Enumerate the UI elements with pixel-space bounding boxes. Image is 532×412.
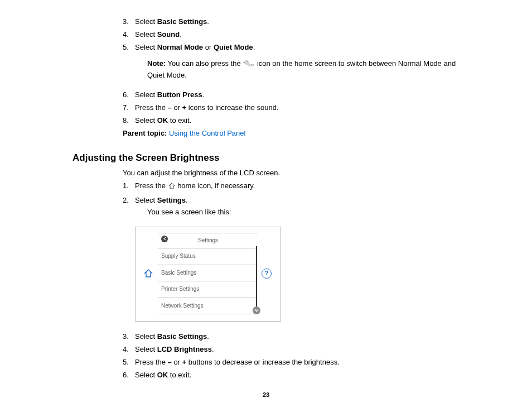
text: Select bbox=[135, 116, 157, 124]
step-number: 6. bbox=[123, 370, 135, 381]
menu-item: Network Settings bbox=[158, 298, 258, 315]
text: Press the bbox=[135, 181, 168, 190]
home-icon bbox=[168, 183, 176, 193]
help-icon: ? bbox=[262, 269, 272, 279]
settings-menu: Settings Supply Status Basic Settings Pr… bbox=[158, 233, 258, 315]
menu-item: Printer Settings bbox=[158, 281, 258, 298]
text: Select bbox=[135, 90, 157, 99]
bold-text: Button Press bbox=[157, 90, 202, 99]
step-text: Select Button Press. bbox=[135, 90, 463, 100]
list-item: 4. Select LCD Brightness. bbox=[123, 344, 463, 355]
text: buttons to decrease or increase the brig… bbox=[186, 358, 340, 366]
step-text: Press the – or + icons to increase the s… bbox=[135, 103, 463, 113]
section-heading: Adjusting the Screen Brightness bbox=[72, 151, 463, 165]
bold-text: OK bbox=[157, 116, 168, 124]
list-item: 1. Press the home icon, if necessary. bbox=[123, 181, 463, 193]
list-item: 2. Select Settings. You see a screen lik… bbox=[123, 195, 463, 222]
text: Select bbox=[135, 17, 157, 26]
text: . bbox=[207, 332, 209, 341]
bold-text: Settings bbox=[157, 196, 186, 204]
menu-item: Supply Status bbox=[158, 248, 258, 265]
step-number: 2. bbox=[123, 195, 135, 222]
parent-topic: Parent topic: Using the Control Panel bbox=[123, 128, 463, 139]
text: Press the bbox=[135, 358, 168, 366]
text: Press the bbox=[135, 103, 168, 112]
step-text: Select Sound. bbox=[135, 30, 463, 40]
text: icons to increase the sound. bbox=[186, 103, 279, 112]
text: Select bbox=[135, 332, 157, 341]
sub-text: You see a screen like this: bbox=[147, 207, 463, 218]
note-label: Note: bbox=[147, 59, 166, 68]
page-number: 23 bbox=[0, 391, 532, 400]
parent-topic-label: Parent topic: bbox=[123, 129, 167, 137]
step-number: 3. bbox=[123, 332, 135, 342]
step-text: Select Normal Mode or Quiet Mode. Note: … bbox=[135, 42, 463, 88]
step-number: 4. bbox=[123, 30, 135, 40]
settings-screenshot: Settings Supply Status Basic Settings Pr… bbox=[135, 227, 281, 322]
step-number: 4. bbox=[123, 344, 135, 355]
text: or bbox=[203, 43, 214, 51]
list-item: 4. Select Sound. bbox=[123, 30, 463, 40]
list-item: 7. Press the – or + icons to increase th… bbox=[123, 103, 463, 113]
step-number: 3. bbox=[123, 17, 135, 27]
text: You can also press the bbox=[166, 59, 243, 68]
bold-text: Quiet Mode bbox=[214, 43, 253, 51]
step-text: Select Basic Settings. bbox=[135, 17, 463, 27]
text: home icon, if necessary. bbox=[176, 181, 255, 190]
list-item: 5. Press the – or + buttons to decrease … bbox=[123, 357, 463, 368]
list-item: 5. Select Normal Mode or Quiet Mode. Not… bbox=[123, 42, 463, 88]
list-item: 6. Select OK to exit. bbox=[123, 370, 463, 381]
bold-text: – bbox=[168, 358, 172, 366]
step-text: Press the home icon, if necessary. bbox=[135, 181, 463, 193]
menu-header: Settings bbox=[158, 233, 258, 249]
text: to exit. bbox=[168, 371, 191, 379]
text: . bbox=[253, 43, 255, 51]
step-number: 8. bbox=[123, 116, 135, 126]
ordered-list-brightness-a: 1. Press the home icon, if necessary. 2.… bbox=[123, 181, 463, 222]
list-item: 3. Select Basic Settings. bbox=[123, 17, 463, 27]
step-text: Select OK to exit. bbox=[135, 116, 463, 126]
text: Select bbox=[135, 30, 157, 39]
text: . bbox=[212, 345, 214, 353]
text: . bbox=[180, 30, 182, 39]
step-text: Select LCD Brightness. bbox=[135, 344, 463, 355]
bold-text: – bbox=[168, 103, 172, 112]
text: or bbox=[172, 358, 182, 366]
step-number: 5. bbox=[123, 42, 135, 88]
text: Select bbox=[135, 345, 157, 353]
list-item: 8. Select OK to exit. bbox=[123, 116, 463, 126]
speaker-off-icon: OFF bbox=[243, 60, 255, 71]
step-text: Select Settings. You see a screen like t… bbox=[135, 195, 463, 222]
bold-text: LCD Brightness bbox=[157, 345, 212, 353]
text: . bbox=[207, 17, 209, 26]
list-item: 3. Select Basic Settings. bbox=[123, 332, 463, 342]
ordered-list-brightness-b: 3. Select Basic Settings. 4. Select LCD … bbox=[123, 332, 463, 380]
text: to exit. bbox=[168, 116, 191, 124]
ordered-list-top: 3. Select Basic Settings. 4. Select Soun… bbox=[123, 17, 463, 126]
text: . bbox=[202, 90, 205, 99]
content-area: 3. Select Basic Settings. 4. Select Soun… bbox=[72, 17, 463, 382]
scroll-down-icon bbox=[253, 306, 260, 314]
step-text: Press the – or + buttons to decrease or … bbox=[135, 357, 463, 368]
step-text: Select OK to exit. bbox=[135, 370, 463, 381]
bold-text: Normal Mode bbox=[157, 43, 203, 51]
text: or bbox=[172, 103, 182, 112]
step-number: 5. bbox=[123, 357, 135, 368]
bold-text: OK bbox=[157, 371, 168, 379]
text: Select bbox=[135, 196, 157, 204]
text: . bbox=[186, 196, 188, 204]
menu-title: Settings bbox=[198, 237, 218, 243]
bold-text: Basic Settings bbox=[157, 17, 207, 26]
document-page: 3. Select Basic Settings. 4. Select Soun… bbox=[0, 0, 532, 412]
parent-topic-link[interactable]: Using the Control Panel bbox=[169, 129, 245, 137]
back-icon bbox=[161, 236, 168, 242]
home-icon bbox=[143, 269, 153, 279]
scrollbar-track bbox=[256, 246, 257, 312]
text: Select bbox=[135, 371, 157, 379]
section-intro: You can adjust the brightness of the LCD… bbox=[123, 168, 463, 179]
step-number: 7. bbox=[123, 103, 135, 113]
step-number: 6. bbox=[123, 90, 135, 100]
bold-text: Basic Settings bbox=[157, 332, 207, 341]
text: Select bbox=[135, 43, 157, 51]
step-number: 1. bbox=[123, 181, 135, 193]
